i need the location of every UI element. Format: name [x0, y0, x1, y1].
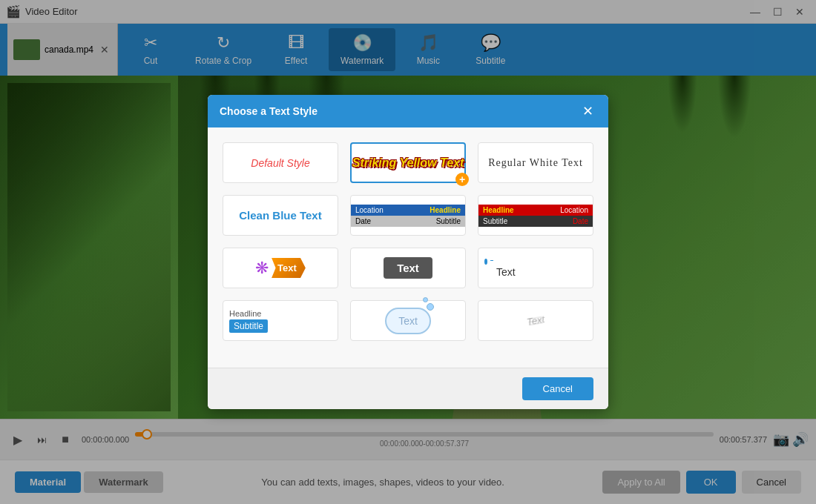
ok-button[interactable]: OK: [686, 471, 736, 494]
progress-bar-background: [135, 432, 714, 437]
cloud-bubble-small: [423, 297, 428, 302]
radio-dot: [484, 259, 487, 265]
timeline-track[interactable]: 00:00:00.000-00:00:57.377: [135, 432, 714, 448]
modal-body: Default Style Striking Yellow Text + Reg…: [208, 127, 608, 368]
tab-rotate-label: Rotate & Crop: [195, 56, 251, 66]
news1-bottom: Date Subtitle: [351, 216, 465, 227]
tab-subtitle-label: Subtitle: [476, 56, 505, 66]
camera-button[interactable]: 📷: [773, 431, 789, 448]
modal-footer: Cancel: [208, 368, 608, 409]
cut-icon: ✂: [144, 33, 157, 53]
maximize-button[interactable]: ☐: [767, 4, 788, 20]
arrow-text-box: Text: [272, 258, 306, 278]
playback-controls: ▶ ⏭ ■: [7, 429, 76, 450]
camera-controls: 📷 🔊: [773, 431, 809, 448]
tab-watermark[interactable]: 💿 Watermark: [329, 28, 395, 71]
close-button[interactable]: ✕: [789, 4, 810, 20]
radio-style-preview: Text: [478, 256, 593, 281]
time-range: 00:00:00.000-00:00:57.377: [135, 440, 714, 448]
style-watermark[interactable]: Text: [478, 300, 593, 341]
video-thumbnail: [0, 76, 178, 419]
arrow-star-icon: ❋: [255, 260, 269, 276]
tab-effect-label: Effect: [285, 56, 307, 66]
tab-watermark-label: Watermark: [340, 56, 384, 66]
news1-location: Location: [355, 206, 384, 214]
music-icon: 🎵: [418, 33, 438, 53]
style-cloud[interactable]: Text: [350, 300, 466, 341]
style-dark[interactable]: Text: [350, 248, 466, 288]
timeline: ▶ ⏭ ■ 00:00:00.000 00:00:00.000-00:00:57…: [0, 419, 816, 460]
apply-to-all-button[interactable]: Apply to All: [602, 471, 680, 494]
left-panel: [0, 76, 178, 419]
modal-header: Choose a Text Style ✕: [208, 95, 608, 127]
tab-music[interactable]: 🎵 Music: [398, 28, 458, 71]
watermark-tab[interactable]: Watermark: [84, 471, 163, 493]
news1-date: Date: [355, 217, 371, 225]
radio-line: [490, 260, 493, 261]
style-news2[interactable]: Headline Location Subtitle Date: [478, 195, 593, 236]
rotate-icon: ↻: [217, 33, 230, 53]
main-cancel-button[interactable]: Cancel: [742, 471, 801, 494]
style-news1[interactable]: Location Headline Date Subtitle: [350, 195, 466, 236]
file-close-button[interactable]: ✕: [98, 43, 111, 56]
news2-headline: Headline: [483, 206, 514, 214]
style-white[interactable]: Regular White Text: [478, 142, 593, 183]
style-headline[interactable]: Headline Subtitle: [223, 300, 338, 341]
style-yellow[interactable]: Striking Yellow Text +: [350, 142, 466, 183]
modal-cancel-button[interactable]: Cancel: [522, 377, 593, 400]
bottom-bar: Material Watermark You can add texts, im…: [0, 460, 816, 504]
white-style-label: Regular White Text: [488, 157, 583, 169]
play-button[interactable]: ▶: [7, 429, 28, 450]
step-forward-button[interactable]: ⏭: [31, 429, 52, 450]
app-title: Video Editor: [25, 6, 745, 17]
news1-card: Location Headline Date Subtitle: [351, 205, 465, 227]
subtitle-bar: Subtitle: [229, 319, 268, 333]
volume-button[interactable]: 🔊: [792, 431, 809, 448]
file-tab[interactable]: canada.mp4 ✕: [7, 24, 118, 76]
style-default[interactable]: Default Style: [223, 142, 338, 183]
tab-rotate[interactable]: ↻ Rotate & Crop: [183, 28, 263, 71]
blue-style-label: Clean Blue Text: [239, 209, 321, 222]
cloud-shape: Text: [385, 308, 431, 334]
style-radio[interactable]: Text: [478, 248, 593, 288]
modal-title: Choose a Text Style: [220, 105, 317, 117]
panel-tabs: Material Watermark: [15, 471, 163, 493]
text-style-modal[interactable]: Choose a Text Style ✕ Default Style Stri…: [208, 95, 608, 409]
subtitle-bar-label: Subtitle: [234, 321, 263, 331]
tab-cut-label: Cut: [144, 56, 158, 66]
tab-subtitle[interactable]: 💬 Subtitle: [461, 28, 520, 71]
titlebar: 🎬 Video Editor — ☐ ✕: [0, 0, 816, 24]
file-name: canada.mp4: [45, 44, 93, 55]
headline-card-preview: Headline Subtitle: [223, 306, 338, 336]
minimize-button[interactable]: —: [745, 4, 766, 20]
cloud-text-label: Text: [398, 315, 418, 327]
subtitle-icon: 💬: [481, 33, 501, 53]
tab-music-label: Music: [417, 56, 440, 66]
news2-subtitle: Subtitle: [483, 217, 507, 225]
news2-top: Headline Location: [478, 205, 593, 216]
radio-text-label: Text: [496, 266, 516, 278]
watermark-preview: Text: [526, 314, 545, 328]
news2-card: Headline Location Subtitle Date: [478, 205, 593, 227]
bottom-hint: You can add texts, images, shapes, video…: [261, 477, 504, 488]
news2-location: Location: [560, 206, 588, 214]
tab-cut[interactable]: ✂ Cut: [121, 28, 180, 71]
default-style-label: Default Style: [251, 157, 309, 169]
watermark-icon: 💿: [352, 33, 372, 53]
cloud-bubble-large: [427, 303, 434, 311]
news2-date: Date: [573, 217, 588, 225]
news1-headline: Headline: [430, 206, 461, 214]
orange-arrow-preview: ❋ Text: [255, 258, 306, 278]
start-time: 00:00:00.000: [82, 435, 129, 444]
style-orange-arrow[interactable]: ❋ Text: [223, 248, 338, 288]
tab-effect[interactable]: 🎞 Effect: [266, 28, 326, 71]
style-grid: Default Style Striking Yellow Text + Reg…: [223, 142, 593, 341]
timeline-scrubber[interactable]: [142, 429, 152, 440]
selected-badge: +: [455, 173, 469, 186]
stop-button[interactable]: ■: [55, 429, 76, 450]
material-tab[interactable]: Material: [15, 471, 81, 493]
style-blue[interactable]: Clean Blue Text: [223, 195, 338, 236]
modal-close-button[interactable]: ✕: [579, 102, 596, 120]
headline-card-label: Headline: [229, 309, 332, 318]
dark-style-label: Text: [384, 257, 432, 279]
